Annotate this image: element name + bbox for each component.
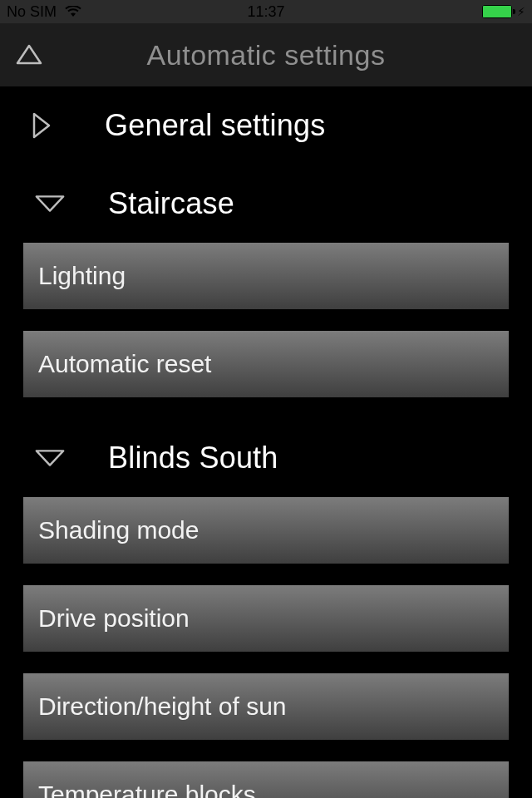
item-lighting[interactable]: Lighting xyxy=(23,243,509,309)
item-drive-position[interactable]: Drive position xyxy=(23,585,509,652)
battery-fill xyxy=(483,6,511,17)
status-left: No SIM xyxy=(7,3,81,21)
section-general[interactable]: General settings xyxy=(0,86,532,165)
content: General settings Staircase Lighting Auto… xyxy=(0,86,532,798)
section-label-general: General settings xyxy=(105,108,325,143)
item-label: Direction/height of sun xyxy=(38,692,287,721)
status-right: ⚡︎ xyxy=(482,5,525,18)
status-bar: No SIM 11:37 ⚡︎ xyxy=(0,0,532,23)
sim-status: No SIM xyxy=(7,3,57,21)
triangle-down-icon xyxy=(33,193,66,214)
item-temperature-blocks[interactable]: Temperature blocks xyxy=(23,761,509,798)
section-staircase[interactable]: Staircase xyxy=(0,165,532,243)
svg-marker-3 xyxy=(37,451,63,465)
item-direction-height-sun[interactable]: Direction/height of sun xyxy=(23,673,509,740)
item-label: Shading mode xyxy=(38,516,199,544)
item-shading-mode[interactable]: Shading mode xyxy=(23,497,509,564)
triangle-right-icon xyxy=(25,111,58,140)
svg-marker-2 xyxy=(37,196,63,210)
item-label: Automatic reset xyxy=(38,350,211,378)
battery-icon xyxy=(482,5,512,18)
item-label: Temperature blocks xyxy=(38,781,256,798)
wifi-icon xyxy=(65,6,81,17)
svg-marker-1 xyxy=(34,114,49,137)
item-automatic-reset[interactable]: Automatic reset xyxy=(23,331,509,397)
section-blinds-south[interactable]: Blinds South xyxy=(0,419,532,497)
app-header: Automatic settings xyxy=(0,23,532,86)
page-title: Automatic settings xyxy=(15,39,517,71)
triangle-down-icon xyxy=(33,447,66,469)
section-label-blinds-south: Blinds South xyxy=(108,441,278,475)
section-label-staircase: Staircase xyxy=(108,186,234,221)
item-label: Drive position xyxy=(38,604,190,633)
charging-icon: ⚡︎ xyxy=(517,5,525,18)
item-label: Lighting xyxy=(38,262,126,290)
